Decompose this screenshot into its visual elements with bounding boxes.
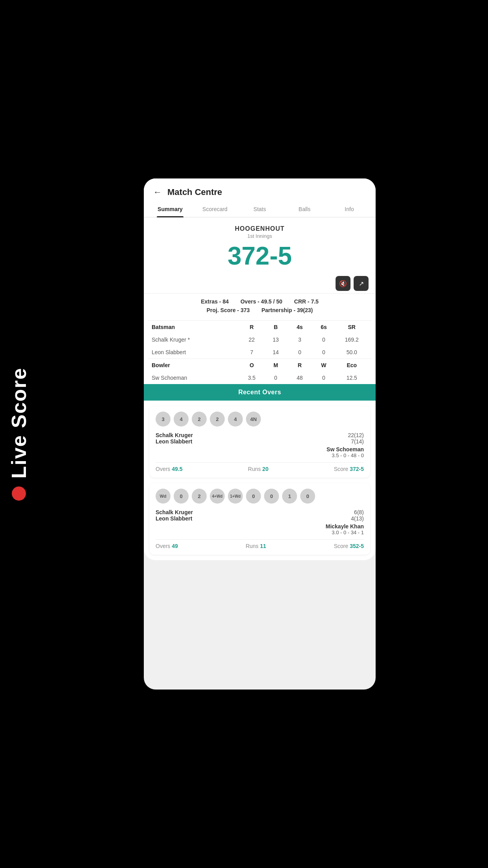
bowler-1-w: 0 xyxy=(312,375,336,381)
live-score-text: Live Score xyxy=(7,367,31,478)
r-col-header: R xyxy=(240,324,264,330)
batsman-2-name: Leon Slabbert xyxy=(152,349,240,355)
batsman-table-header: Batsman R B 4s 6s SR xyxy=(148,321,372,333)
over-1-batsman-scores: 22(12) 7(14) xyxy=(261,432,364,445)
match-info-row-2: Proj. Score - 373 Partnership - 39(23) xyxy=(152,307,368,313)
eco-col-header: Eco xyxy=(336,362,368,368)
recent-overs-header: Recent Overs xyxy=(144,384,376,401)
extras-info: Extras - 84 xyxy=(201,298,229,305)
ball-1-1: 3 xyxy=(156,412,171,427)
app-content: ← Match Centre Summary Scorecard Stats B… xyxy=(144,178,376,560)
ball-2-8: 1 xyxy=(282,489,297,504)
over-1-summary: Overs 49.5 Runs 20 Score 372-5 xyxy=(156,462,364,472)
over-card-1: 3 4 2 2 4 4N Schalk Kruger Leon Slabbert… xyxy=(149,406,370,478)
ball-2-2: 0 xyxy=(174,489,189,504)
ball-1-3: 2 xyxy=(192,412,207,427)
tab-bar: Summary Scorecard Stats Balls Info xyxy=(144,201,376,217)
mute-icon: 🔇 xyxy=(339,280,347,287)
main-score: 372-5 xyxy=(152,242,368,270)
over-1-bowler-name-col xyxy=(156,446,259,458)
over-1-runs: Runs 20 xyxy=(248,466,268,472)
ball-1-5: 4 xyxy=(228,412,243,427)
sr-col-header: SR xyxy=(336,324,368,330)
phone-container: ← Match Centre Summary Scorecard Stats B… xyxy=(144,178,376,690)
share-icon: ↗ xyxy=(359,280,364,287)
tab-summary[interactable]: Summary xyxy=(148,201,193,217)
over-card-2: Wd 0 2 4+Wd 1+Wd 0 0 1 0 Schalk Kruger L… xyxy=(149,483,370,555)
back-button[interactable]: ← xyxy=(153,187,162,197)
bowler-section: Bowler O M R W Eco Sw Schoeman 3.5 0 48 … xyxy=(144,359,376,384)
partnership-info: Partnership - 39(23) xyxy=(262,307,313,313)
batsman-2-r: 7 xyxy=(240,349,264,355)
r-header: R xyxy=(288,362,312,368)
live-score-sidebar: Live Score xyxy=(7,367,31,500)
match-info: Extras - 84 Overs - 49.5 / 50 CRR - 7.5 … xyxy=(144,293,376,320)
ball-1-2: 4 xyxy=(174,412,189,427)
over-2-summary: Overs 49 Runs 11 Score 352-5 xyxy=(156,539,364,549)
ball-2-7: 0 xyxy=(264,489,279,504)
action-buttons: 🔇 ↗ xyxy=(144,274,376,293)
batsman-2-b: 14 xyxy=(264,349,288,355)
over-1-bowler-info: Sw Schoeman 3.5 - 0 - 48 - 0 xyxy=(261,446,364,458)
ball-row-1: 3 4 2 2 4 4N xyxy=(156,412,364,427)
batsman-1-6s: 0 xyxy=(312,337,336,343)
score-section: HOOGENHOUT 1st Innings 372-5 xyxy=(144,217,376,274)
ball-1-6: 4N xyxy=(246,412,261,427)
ball-2-1: Wd xyxy=(156,489,171,504)
ball-1-4: 2 xyxy=(210,412,225,427)
overs-info: Overs - 49.5 / 50 xyxy=(240,298,283,305)
tab-info[interactable]: Info xyxy=(327,201,372,217)
mute-button[interactable]: 🔇 xyxy=(336,276,350,291)
batsman-1-b: 13 xyxy=(264,337,288,343)
live-indicator-dot xyxy=(12,487,26,501)
batsman-1-name: Schalk Kruger * xyxy=(152,337,240,343)
tab-balls[interactable]: Balls xyxy=(282,201,327,217)
batsman-1-r: 22 xyxy=(240,337,264,343)
crr-info: CRR - 7.5 xyxy=(294,298,319,305)
bowler-1-o: 3.5 xyxy=(240,375,264,381)
over-1-players: Schalk Kruger Leon Slabbert 22(12) 7(14)… xyxy=(156,432,364,458)
bowler-table-header: Bowler O M R W Eco xyxy=(148,359,372,371)
ball-2-6: 0 xyxy=(246,489,261,504)
bowler-1-name: Sw Schoeman xyxy=(152,375,240,381)
tab-stats[interactable]: Stats xyxy=(237,201,282,217)
bowler-1-m: 0 xyxy=(264,375,288,381)
batsman-2-4s: 0 xyxy=(288,349,312,355)
proj-score-info: Proj. Score - 373 xyxy=(207,307,250,313)
batsman-row-1: Schalk Kruger * 22 13 3 0 169.2 xyxy=(148,333,372,346)
over-2-bowler-info: Mickayle Khan 3.0 - 0 - 34 - 1 xyxy=(261,523,364,535)
batsman-col-header: Batsman xyxy=(152,324,240,330)
team-name: HOOGENHOUT xyxy=(152,225,368,232)
batsman-row-2: Leon Slabbert 7 14 0 0 50.0 xyxy=(148,346,372,359)
ball-2-5: 1+Wd xyxy=(228,489,243,504)
ball-row-2: Wd 0 2 4+Wd 1+Wd 0 0 1 0 xyxy=(156,489,364,504)
b-col-header: B xyxy=(264,324,288,330)
w-col-header: W xyxy=(312,362,336,368)
batsman-2-sr: 50.0 xyxy=(336,349,368,355)
over-2-players: Schalk Kruger Leon Slabbert 6(8) 4(13) M… xyxy=(156,509,364,535)
ball-2-4: 4+Wd xyxy=(210,489,225,504)
header: ← Match Centre xyxy=(144,178,376,201)
batsman-1-sr: 169.2 xyxy=(336,337,368,343)
batsman-1-4s: 3 xyxy=(288,337,312,343)
batsman-section: Batsman R B 4s 6s SR Schalk Kruger * 22 … xyxy=(144,321,376,359)
share-button[interactable]: ↗ xyxy=(354,276,369,291)
over-2-batsman-scores: 6(8) 4(13) xyxy=(261,509,364,522)
batsman-2-6s: 0 xyxy=(312,349,336,355)
over-1-score: Score 372-5 xyxy=(334,466,364,472)
bowler-1-eco: 12.5 xyxy=(336,375,368,381)
sixes-col-header: 6s xyxy=(312,324,336,330)
page-title: Match Centre xyxy=(167,187,222,197)
over-2-bowler-label xyxy=(156,523,259,535)
innings-label: 1st Innings xyxy=(152,233,368,239)
ball-2-9: 0 xyxy=(300,489,315,504)
over-2-runs: Runs 11 xyxy=(246,543,266,549)
over-1-batsman-1-name: Schalk Kruger Leon Slabbert xyxy=(156,432,259,445)
m-col-header: M xyxy=(264,362,288,368)
over-2-overs: Overs 49 xyxy=(156,543,178,549)
tab-scorecard[interactable]: Scorecard xyxy=(193,201,237,217)
bowler-row-1: Sw Schoeman 3.5 0 48 0 12.5 xyxy=(148,371,372,384)
bowler-col-header: Bowler xyxy=(152,362,240,368)
fours-col-header: 4s xyxy=(288,324,312,330)
ball-2-3: 2 xyxy=(192,489,207,504)
